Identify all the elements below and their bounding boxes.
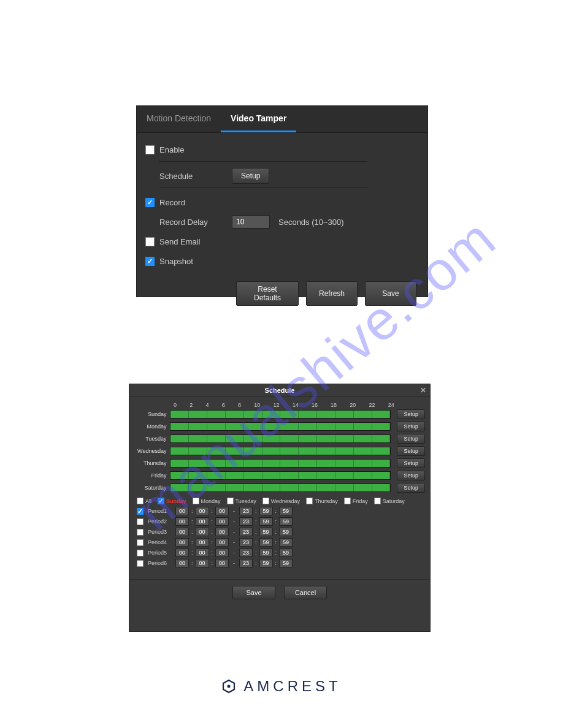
timeline[interactable] [170,422,391,431]
period-start-min[interactable] [196,517,209,526]
day-setup-button[interactable]: Setup [397,483,425,493]
hour-tick: 16 [312,402,318,408]
day-row: MondaySetup [134,422,425,431]
reset-defaults-button[interactable]: Reset Defaults [236,281,299,306]
period-end-min[interactable] [259,528,273,536]
period-start-min[interactable] [196,548,209,557]
period-end-min[interactable] [259,538,273,547]
period-end-sec[interactable] [279,538,293,547]
day-setup-button[interactable]: Setup [397,434,425,444]
day-label: Thursday [134,460,170,466]
period-start-sec[interactable] [215,559,229,567]
period-end-min[interactable] [259,548,273,557]
tab-motion-detection[interactable]: Motion Detection [137,106,221,132]
timeline[interactable] [170,434,391,443]
period-end-sec[interactable] [279,517,293,526]
tab-video-tamper[interactable]: Video Tamper [221,106,296,132]
save-button[interactable]: Save [365,281,416,306]
hour-tick: 2 [190,402,193,408]
period-start-min[interactable] [196,559,209,567]
video-tamper-panel: Motion Detection Video Tamper Enable Sch… [136,105,428,297]
day-row: ThursdaySetup [134,458,425,468]
period-start-sec[interactable] [215,528,229,536]
timeline[interactable] [170,410,391,419]
period-checkbox[interactable] [137,508,144,515]
day-label: Wednesday [134,448,170,454]
record-delay-input[interactable] [232,215,270,229]
period-start-min[interactable] [196,528,209,536]
period-start-min[interactable] [196,507,209,515]
day-checkbox[interactable] [158,498,164,504]
hour-tick: 0 [174,402,177,408]
day-checkbox[interactable] [227,498,234,504]
period-start-hour[interactable] [175,528,189,536]
period-end-sec[interactable] [279,528,293,536]
period-start-hour[interactable] [175,517,189,526]
schedule-save-button[interactable]: Save [232,586,275,599]
day-checkbox[interactable] [344,498,351,504]
day-setup-button[interactable]: Setup [397,458,425,468]
period-checkbox[interactable] [137,539,144,546]
period-start-sec[interactable] [215,517,229,526]
period-end-hour[interactable] [239,559,253,567]
day-checkbox[interactable] [306,498,313,504]
period-end-hour[interactable] [239,538,253,547]
send-email-checkbox[interactable] [145,237,155,246]
period-end-sec[interactable] [279,507,293,515]
enable-checkbox[interactable] [145,145,155,154]
period-label: Period6 [148,560,174,566]
record-label: Record [159,198,185,207]
period-start-min[interactable] [196,538,209,547]
period-start-sec[interactable] [215,507,229,515]
period-start-sec[interactable] [215,538,229,547]
day-checkbox[interactable] [374,498,381,504]
period-end-hour[interactable] [239,517,253,526]
hour-tick: 4 [205,402,209,408]
period-start-hour[interactable] [175,538,189,547]
period-end-min[interactable] [259,559,273,567]
timeline[interactable] [170,447,391,455]
day-checkbox[interactable] [262,498,269,504]
record-delay-hint: Seconds (10~300) [278,218,344,227]
timeline[interactable] [170,471,391,480]
period-checkbox[interactable] [137,560,144,567]
period-end-hour[interactable] [239,528,253,536]
period-checkbox[interactable] [137,518,144,525]
period-end-hour[interactable] [239,548,253,557]
period-start-hour[interactable] [175,559,189,567]
period-end-hour[interactable] [239,507,253,515]
period-end-min[interactable] [259,507,273,515]
refresh-button[interactable]: Refresh [306,281,358,306]
day-check-label: Wednesday [271,498,300,504]
period-end-min[interactable] [259,517,273,526]
timeline[interactable] [170,459,391,468]
day-check-label: Thursday [315,498,338,504]
hour-tick: 14 [293,402,299,408]
timeline[interactable] [170,483,391,492]
period-start-sec[interactable] [215,548,229,557]
period-start-hour[interactable] [175,507,189,515]
period-checkbox[interactable] [137,550,144,556]
day-setup-button[interactable]: Setup [397,471,425,480]
period-end-sec[interactable] [279,559,293,567]
svg-point-1 [228,685,231,688]
close-icon[interactable]: ✕ [420,386,426,395]
period-checkbox[interactable] [137,529,144,536]
schedule-cancel-button[interactable]: Cancel [284,586,327,599]
day-setup-button[interactable]: Setup [397,409,425,419]
snapshot-checkbox[interactable] [145,257,155,266]
brand-text: AMCREST [243,678,341,695]
hour-tick: 18 [331,402,337,408]
day-setup-button[interactable]: Setup [397,446,425,456]
record-checkbox[interactable] [145,198,155,207]
schedule-setup-button[interactable]: Setup [232,168,269,184]
day-checkbox[interactable] [193,498,199,504]
record-delay-label: Record Delay [159,218,232,227]
day-check-label: Friday [353,498,368,504]
day-check-label: Saturday [383,498,405,504]
period-start-hour[interactable] [175,548,189,557]
day-setup-button[interactable]: Setup [397,422,425,431]
period-row: Period4::-:: [137,538,425,547]
all-checkbox[interactable] [137,498,144,504]
period-end-sec[interactable] [279,548,293,557]
